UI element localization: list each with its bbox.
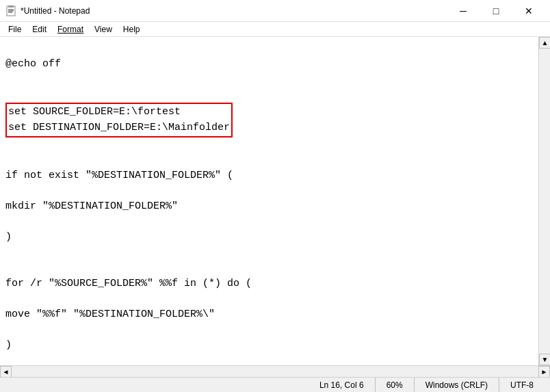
menu-file[interactable]: File (3, 23, 27, 36)
status-line-ending: Windows (CRLF) (415, 378, 499, 392)
minimize-button[interactable]: ─ (447, 0, 479, 22)
svg-rect-1 (8, 5, 14, 8)
scroll-right-button[interactable]: ► (538, 366, 550, 378)
menu-format[interactable]: Format (52, 23, 89, 36)
highlight-line-2: set DESTINATION_FOLDER=E:\Mainfolder (8, 122, 230, 133)
highlight-line-1: set SOURCE_FOLDER=E:\fortest (8, 106, 181, 118)
editor-with-scrollbar: @echo off set SOURCE_FOLDER=E:\fortest s… (0, 37, 550, 365)
editor-main[interactable]: @echo off set SOURCE_FOLDER=E:\fortest s… (0, 37, 538, 365)
scroll-up-button[interactable]: ▲ (539, 37, 550, 49)
menu-view[interactable]: View (89, 23, 118, 36)
line-6-text: ) (5, 231, 12, 243)
scroll-down-button[interactable]: ▼ (539, 354, 550, 365)
window-controls: ─ □ ✕ (447, 0, 545, 22)
notepad-icon (5, 5, 16, 16)
line-8: for /r "%SOURCE_FOLDER%" %%f in (*) do ( (5, 278, 252, 289)
menu-bar: File Edit Format View Help (0, 22, 550, 37)
editor-content[interactable]: @echo off set SOURCE_FOLDER=E:\fortest s… (5, 41, 533, 365)
title-bar-left: *Untitled - Notepad (5, 5, 90, 16)
close-button[interactable]: ✕ (513, 0, 545, 22)
highlight-block: set SOURCE_FOLDER=E:\fortest set DESTINA… (5, 103, 233, 138)
horizontal-scrollbar: ◄ ► (0, 365, 550, 377)
v-scroll-track[interactable] (539, 49, 550, 354)
line-10-text: ) (5, 339, 12, 351)
editor-wrapper: @echo off set SOURCE_FOLDER=E:\fortest s… (0, 37, 550, 377)
title-bar: *Untitled - Notepad ─ □ ✕ (0, 0, 550, 22)
line-5-text: mkdir "%DESTINATION_FOLDER%" (5, 200, 178, 212)
h-scroll-track[interactable] (12, 366, 538, 378)
vertical-scrollbar: ▲ ▼ (538, 37, 550, 365)
window-title: *Untitled - Notepad (21, 6, 90, 16)
line-4: if not exist "%DESTINATION_FOLDER%" ( (5, 170, 233, 181)
line-9-text: move "%%f" "%DESTINATION_FOLDER%\" (5, 309, 215, 320)
status-encoding: UTF-8 (499, 378, 545, 392)
status-bar: Ln 16, Col 6 60% Windows (CRLF) UTF-8 (0, 377, 550, 392)
line-1: @echo off (5, 58, 61, 70)
status-zoom: 60% (376, 378, 415, 392)
status-line-col: Ln 16, Col 6 (309, 378, 376, 392)
scroll-left-button[interactable]: ◄ (0, 366, 12, 378)
maximize-button[interactable]: □ (480, 0, 512, 22)
menu-help[interactable]: Help (118, 23, 146, 36)
menu-edit[interactable]: Edit (27, 23, 52, 36)
